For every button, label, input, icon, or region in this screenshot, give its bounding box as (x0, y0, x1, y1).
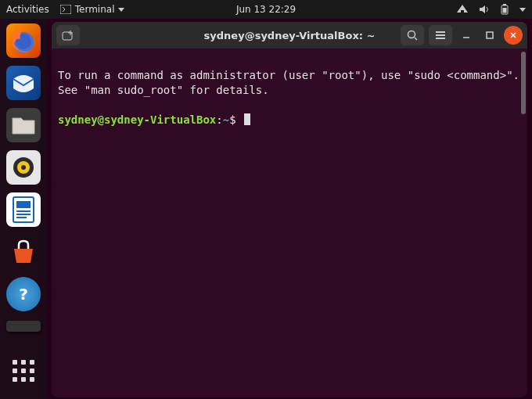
prompt-path: ~ (223, 113, 229, 126)
window-title: sydney@sydney-VirtualBox: ~ (204, 30, 376, 41)
dock-thunderbird[interactable] (6, 66, 41, 100)
dock-rhythmbox[interactable] (6, 150, 41, 185)
dock-files[interactable] (6, 108, 41, 142)
show-applications-button[interactable] (6, 354, 41, 388)
dock-libreoffice-writer[interactable] (6, 192, 41, 227)
new-tab-button[interactable] (56, 25, 80, 45)
svg-rect-3 (503, 8, 507, 13)
prompt-symbol: $ (229, 113, 235, 126)
svg-text:?: ? (19, 285, 28, 304)
dock-firefox[interactable] (6, 23, 41, 58)
svg-point-17 (408, 31, 415, 38)
activities-label: Activities (6, 4, 49, 15)
ubuntu-software-icon (8, 236, 39, 268)
firefox-icon (9, 27, 38, 55)
dock-tray[interactable] (6, 321, 41, 332)
svg-rect-8 (13, 197, 34, 222)
clock[interactable]: Jun 13 22:29 (236, 4, 296, 15)
dock-ubuntu-software[interactable] (6, 235, 41, 269)
motd-line2: See "man sudo_root" for details. (58, 84, 269, 96)
app-menu-label: Terminal (75, 4, 115, 15)
new-tab-icon (62, 30, 74, 41)
search-icon (407, 30, 418, 41)
dock: ? (0, 19, 47, 399)
motd-line1: To run a command as administrator (user … (58, 69, 519, 81)
minimize-button[interactable] (457, 26, 476, 45)
prompt-user: sydney@sydney-VirtualBox (58, 113, 216, 126)
thunderbird-icon (10, 70, 37, 96)
app-menu[interactable]: Terminal (60, 4, 125, 15)
svg-rect-23 (487, 32, 493, 38)
maximize-button[interactable] (480, 26, 499, 45)
terminal-indicator-icon (60, 5, 71, 14)
cursor (244, 113, 250, 125)
svg-rect-2 (503, 4, 506, 5)
dock-help[interactable]: ? (6, 277, 41, 311)
prompt-sep: : (216, 113, 222, 126)
chevron-down-icon (118, 8, 124, 12)
close-icon (509, 31, 518, 40)
close-button[interactable] (504, 26, 523, 45)
hamburger-menu-button[interactable] (429, 25, 452, 45)
svg-rect-0 (60, 5, 71, 14)
svg-rect-9 (16, 201, 31, 208)
help-icon: ? (13, 284, 34, 304)
libreoffice-writer-icon (11, 196, 36, 224)
rhythmbox-icon (10, 154, 37, 181)
network-icon[interactable] (457, 5, 468, 14)
clock-label: Jun 13 22:29 (236, 4, 296, 15)
minimize-icon (462, 31, 471, 40)
terminal-body[interactable]: To run a command as administrator (user … (52, 49, 527, 397)
terminal-window: sydney@sydney-VirtualBox: ~ To run a com… (52, 22, 527, 397)
scrollbar[interactable] (521, 52, 526, 114)
files-icon (10, 113, 37, 137)
system-menu-chevron-icon[interactable] (519, 8, 526, 12)
hamburger-icon (435, 31, 446, 40)
battery-icon[interactable] (501, 4, 509, 15)
svg-line-18 (415, 38, 417, 40)
titlebar[interactable]: sydney@sydney-VirtualBox: ~ (52, 22, 527, 49)
maximize-icon (485, 31, 494, 40)
search-button[interactable] (401, 25, 424, 45)
svg-point-7 (21, 165, 26, 170)
volume-icon[interactable] (479, 5, 490, 14)
activities-button[interactable]: Activities (6, 4, 49, 15)
